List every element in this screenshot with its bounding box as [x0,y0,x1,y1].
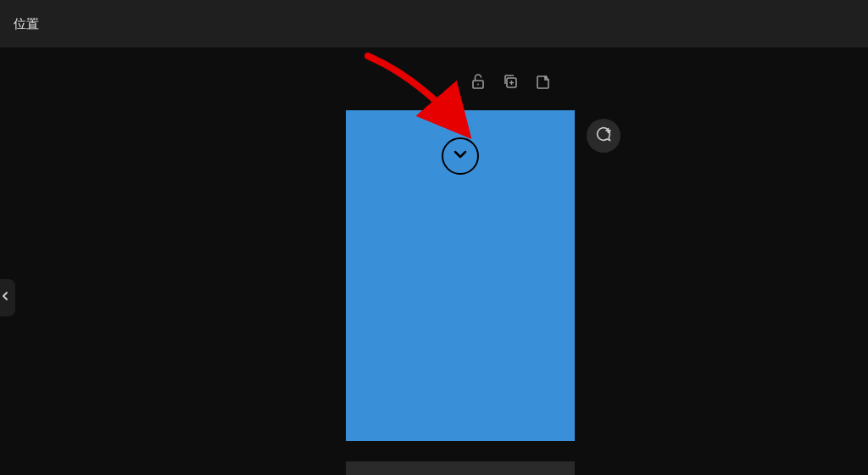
chevron-left-icon [0,290,11,305]
add-comment-button[interactable] [587,119,620,153]
copy-plus-icon[interactable] [502,73,519,90]
bottom-strip [346,461,575,475]
top-bar: 位置 [0,0,868,48]
collapse-sidebar-button[interactable] [0,279,15,316]
dropdown-toggle[interactable] [442,137,479,175]
lock-icon[interactable] [470,73,487,90]
artboard-toolbar [470,73,551,90]
comment-plus-icon [594,125,613,147]
page-title: 位置 [14,16,39,32]
canvas-area [0,48,868,475]
new-page-icon[interactable] [534,73,551,90]
chevron-down-icon [451,145,470,167]
artboard-panel[interactable] [346,110,575,441]
